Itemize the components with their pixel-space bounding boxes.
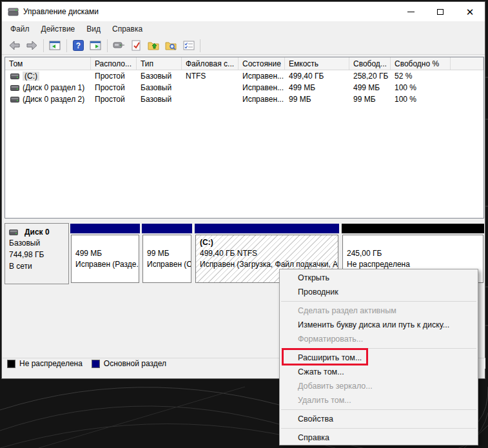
volume-cell: Исправен...	[239, 83, 285, 92]
context-menu-item[interactable]: Открыть	[280, 271, 478, 285]
context-menu-item[interactable]: Свойства	[280, 412, 478, 426]
minimize-icon	[407, 12, 415, 12]
partition-type-bar	[142, 224, 192, 233]
toolbar-separator	[66, 39, 67, 52]
legend-item: Не распределена	[7, 359, 83, 368]
partition-status: Исправен (С	[147, 259, 187, 270]
menu-separator	[281, 301, 476, 302]
minimize-button[interactable]	[396, 2, 425, 21]
volume-cell: Простой	[91, 72, 137, 81]
context-menu-item: Добавить зеркало...	[280, 379, 478, 393]
volume-label: (C:)	[23, 72, 39, 81]
column-header-label[interactable]: Состояние	[239, 57, 285, 70]
volume-cell: Простой	[91, 95, 137, 104]
disk-name: Диск 0	[24, 228, 50, 237]
volume-row[interactable]: (Диск 0 раздел 2)ПростойБазовыйИсправен.…	[5, 93, 483, 105]
disk-size: 744,98 ГБ	[9, 249, 68, 260]
volume-list-panel: ТомРасполо...ТипФайловая с...СостояниеЕм…	[5, 57, 484, 219]
partition-size: 499,40 ГБ NTFS	[200, 248, 334, 259]
menu-separator	[281, 348, 476, 349]
column-header-label[interactable]: Свободно %	[391, 57, 451, 70]
toolbar-separator	[107, 39, 108, 52]
volume-cell: 99 МБ	[285, 95, 349, 104]
legend-swatch	[7, 360, 15, 368]
partition-body[interactable]: 499 МБИсправен (Разде.	[71, 235, 139, 283]
folder-up-icon[interactable]	[148, 39, 160, 52]
volume-row[interactable]: (Диск 0 раздел 1)ПростойБазовыйИсправен.…	[5, 82, 483, 93]
volume-cell: 258,20 ГБ	[349, 72, 391, 81]
titlebar[interactable]: Управление дисками ✕	[2, 2, 485, 21]
context-menu-item[interactable]: Справка	[280, 431, 478, 445]
column-header-blank[interactable]	[451, 57, 483, 70]
check-doc-icon[interactable]	[130, 39, 142, 52]
context-menu-item: Форматировать...	[280, 332, 478, 346]
menubar-item[interactable]: Вид	[81, 23, 106, 35]
partition-type-bar	[195, 224, 339, 233]
partition-type-bar	[70, 224, 140, 233]
maximize-icon	[437, 9, 444, 15]
svg-text:?: ?	[76, 41, 81, 50]
volume-cell: Базовый	[137, 95, 182, 104]
checklist-icon[interactable]	[182, 39, 195, 52]
context-menu-item: Удалить том...	[280, 393, 478, 407]
menubar-item[interactable]: Действие	[35, 23, 81, 35]
volume-cell: 99 МБ	[349, 95, 391, 104]
column-header-label[interactable]: Файловая с...	[182, 57, 239, 70]
menu-item-extend-volume[interactable]: Расширить том...	[280, 351, 478, 365]
volume-cell: 52 %	[391, 72, 451, 81]
partition-size: 245,00 ГБ	[347, 248, 479, 259]
disk-drive-icon	[8, 7, 19, 17]
legend-label: Основной раздел	[104, 359, 166, 368]
column-header-label[interactable]: Тип	[137, 57, 182, 70]
forward-icon[interactable]	[26, 39, 38, 52]
partition-name: (C:)	[200, 237, 334, 248]
context-menu-item[interactable]: Проводник	[280, 285, 478, 299]
column-header-label[interactable]: Располо...	[91, 57, 137, 70]
back-icon[interactable]	[8, 39, 21, 52]
volume-cell: Базовый	[137, 72, 182, 81]
help-icon[interactable]: ?	[72, 39, 84, 52]
column-header-label[interactable]: Том	[5, 57, 91, 70]
disk-drive-icon	[9, 229, 18, 235]
action-pane-icon[interactable]	[90, 39, 102, 52]
toolbar-separator	[43, 39, 44, 52]
context-menu-item[interactable]: Сжать том...	[280, 365, 478, 379]
menu-separator	[281, 409, 476, 410]
volume-cell: 100 %	[391, 95, 451, 104]
maximize-button[interactable]	[425, 2, 455, 21]
volume-cell: Исправен...	[239, 95, 285, 104]
context-menu-item[interactable]: Изменить букву диска или путь к диску...	[280, 318, 478, 332]
partition-context-menu: ОткрытьПроводникСделать раздел активнымИ…	[279, 269, 478, 445]
folder-search-icon[interactable]	[165, 39, 177, 52]
menubar-item[interactable]: Справка	[106, 23, 148, 35]
volume-cell: 499 МБ	[285, 83, 349, 92]
volume-name-cell: (Диск 0 раздел 2)	[5, 95, 91, 104]
menu-separator	[281, 428, 476, 429]
volume-cell: Базовый	[137, 83, 182, 92]
volume-cell: 100 %	[391, 83, 451, 92]
window-title: Управление дисками	[23, 7, 99, 16]
volume-row[interactable]: (C:)ПростойБазовыйNTFSИсправен...499,40 …	[5, 70, 483, 82]
partition-block[interactable]: 99 МБИсправен (С	[142, 224, 192, 284]
volume-cell: 499 МБ	[349, 83, 391, 92]
volume-list-rows: (C:)ПростойБазовыйNTFSИсправен...499,40 …	[5, 70, 483, 105]
partition-status: Исправен (Разде.	[75, 259, 135, 270]
close-icon: ✕	[466, 7, 474, 17]
toolbar: ?	[2, 37, 485, 55]
volume-label: (Диск 0 раздел 1)	[23, 83, 84, 92]
partition-block[interactable]: 499 МБИсправен (Разде.	[70, 224, 140, 284]
partition-size: 499 МБ	[75, 248, 135, 259]
menubar-item[interactable]: Файл	[5, 23, 35, 35]
console-tree-icon[interactable]	[49, 39, 61, 52]
legend-swatch	[92, 360, 100, 368]
volume-cell: 499,40 ГБ	[285, 72, 349, 81]
volume-name-cell: (Диск 0 раздел 1)	[5, 83, 91, 92]
column-header-label[interactable]: Емкость	[285, 57, 349, 70]
column-header-label[interactable]: Свобод...	[349, 57, 391, 70]
partition-body[interactable]: 99 МБИсправен (С	[142, 235, 191, 283]
disk-status: В сети	[9, 261, 68, 271]
disk0-header-panel[interactable]: Диск 0 Базовый 744,98 ГБ В сети	[5, 223, 69, 284]
device-popup-icon[interactable]	[113, 39, 125, 52]
volume-cell: NTFS	[182, 72, 239, 81]
close-button[interactable]: ✕	[455, 2, 485, 21]
